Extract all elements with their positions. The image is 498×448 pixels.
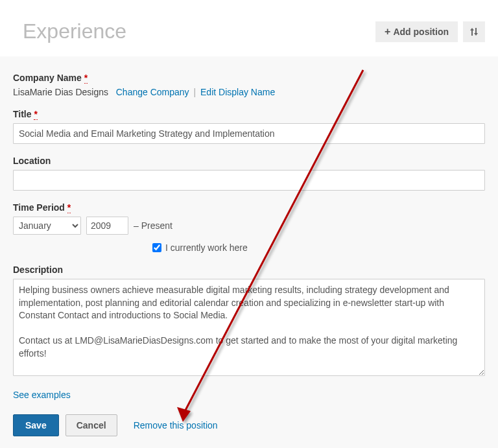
required-marker: * [34, 109, 37, 120]
action-row: Save Cancel Remove this position [13, 414, 485, 436]
location-label: Location [13, 156, 485, 166]
examples-row: See examples [13, 390, 485, 400]
link-divider: | [193, 87, 196, 97]
present-text: – Present [134, 220, 172, 231]
title-label: Title * [13, 109, 485, 119]
edit-display-name-link[interactable]: Edit Display Name [200, 87, 275, 97]
description-field-group: Description [13, 265, 485, 378]
experience-form: Company Name * LisaMarie Dias Designs Ch… [0, 56, 498, 448]
page-header: Experience + Add position [0, 0, 498, 56]
required-marker: * [67, 202, 71, 213]
save-button[interactable]: Save [13, 414, 59, 436]
location-input[interactable] [13, 170, 485, 191]
sort-arrows-icon [469, 27, 479, 37]
title-field-group: Title * [13, 109, 485, 144]
cancel-button[interactable]: Cancel [65, 414, 117, 436]
description-label: Description [13, 265, 485, 275]
plus-icon: + [385, 27, 390, 37]
time-period-label: Time Period * [13, 202, 485, 213]
title-input[interactable] [13, 123, 485, 144]
change-company-link[interactable]: Change Company [116, 87, 189, 97]
add-position-label: Add position [393, 27, 449, 37]
company-label: Company Name * [13, 73, 485, 83]
reorder-button[interactable] [463, 21, 485, 42]
currently-work-label: I currently work here [165, 242, 248, 253]
time-period-row: January – Present [13, 217, 485, 235]
month-select[interactable]: January [13, 217, 81, 235]
currently-work-row: I currently work here [152, 242, 485, 253]
add-position-button[interactable]: + Add position [375, 21, 458, 42]
currently-work-checkbox[interactable] [152, 243, 161, 252]
time-period-field-group: Time Period * January – Present I curren… [13, 202, 485, 253]
remove-position-link[interactable]: Remove this position [134, 420, 218, 430]
company-value: LisaMarie Dias Designs [13, 87, 108, 97]
required-marker: * [84, 73, 88, 84]
location-field-group: Location [13, 156, 485, 191]
company-field-group: Company Name * LisaMarie Dias Designs Ch… [13, 73, 485, 97]
see-examples-link[interactable]: See examples [13, 390, 71, 400]
year-input[interactable] [86, 217, 128, 235]
header-actions: + Add position [375, 21, 485, 42]
description-textarea[interactable] [13, 279, 485, 376]
page-title: Experience [23, 19, 126, 43]
company-row: LisaMarie Dias Designs Change Company | … [13, 87, 485, 97]
